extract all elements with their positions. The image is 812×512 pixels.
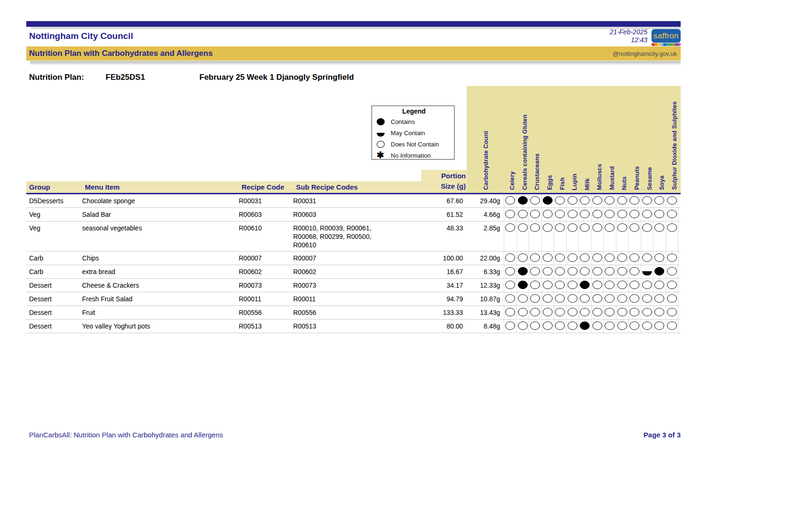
does-not-contain-icon [505, 253, 515, 262]
allergen-mark-eggs [541, 292, 554, 306]
contains-icon [580, 281, 590, 289]
recipe-code-cell: R00011 [239, 292, 293, 306]
does-not-contain-icon [530, 210, 540, 218]
allergen-mark-peanuts [628, 252, 641, 265]
portion-size-cell: 61.52 [390, 208, 463, 221]
column-header-portion-size: Portion Size (g) [410, 171, 466, 191]
allergen-mark-cereals-containing-gluten [516, 222, 529, 251]
portion-size-cell: 133.33 [390, 306, 463, 319]
allergen-mark-sesame [641, 252, 653, 265]
does-not-contain-icon [568, 253, 577, 262]
contains-icon [580, 321, 590, 330]
allergen-mark-sesame [641, 292, 653, 306]
does-not-contain-icon [617, 267, 627, 275]
allergen-mark-lupin [566, 194, 579, 207]
does-not-contain-icon [530, 196, 540, 205]
contains-icon [377, 118, 391, 125]
allergen-mark-nuts [616, 265, 629, 278]
allergen-mark-cereals-containing-gluten [516, 279, 529, 292]
allergen-mark-sesame [641, 265, 653, 278]
does-not-contain-icon [654, 321, 664, 330]
group-cell: Dessert [26, 320, 82, 333]
carb-count-cell: 29.40g [463, 194, 500, 207]
does-not-contain-icon [580, 210, 590, 218]
legend-item: May Contain [377, 127, 451, 138]
allergen-mark-cereals-containing-gluten [516, 208, 529, 221]
allergen-column-label: Milk [584, 178, 591, 190]
allergen-mark-nuts [616, 194, 629, 207]
allergen-header-panel: Carbohydrate CountCeleryCereals containi… [467, 86, 681, 193]
allergen-mark-soya [653, 292, 666, 306]
allergen-mark-lupin [566, 222, 579, 251]
allergen-mark-fish [554, 222, 566, 251]
table-row: VegSalad BarR00603R0060361.524.66g [26, 208, 681, 222]
allergen-mark-molluscs [591, 279, 604, 292]
column-header-carbohydrate-count: Carbohydrate Count [482, 131, 489, 190]
allergen-mark-crustaceans [529, 306, 541, 319]
does-not-contain-icon [555, 196, 565, 205]
allergen-mark-eggs [541, 208, 554, 221]
does-not-contain-icon [555, 321, 565, 330]
allergen-mark-sesame [641, 279, 653, 292]
allergen-marks [504, 252, 678, 265]
does-not-contain-icon [654, 210, 664, 218]
may-contain-icon [642, 271, 652, 275]
may-contain-icon [377, 130, 391, 137]
plan-description: February 25 Week 1 Djanogly Springfield [199, 73, 354, 82]
allergen-mark-celery [504, 265, 516, 278]
carb-count-cell: 13.43g [463, 306, 500, 319]
does-not-contain-icon [654, 253, 664, 262]
does-not-contain-icon [543, 253, 553, 262]
allergen-mark-sulphur-dioxide-and-sulphites [666, 208, 679, 221]
does-not-contain-icon [605, 196, 615, 205]
allergen-mark-sesame [641, 222, 653, 251]
does-not-contain-icon [630, 294, 639, 303]
does-not-contain-icon [505, 294, 515, 303]
allergen-mark-mustard [603, 208, 616, 221]
allergen-mark-sulphur-dioxide-and-sulphites [666, 292, 679, 306]
portion-size-cell: 48.33 [390, 222, 463, 251]
menu-item-cell: seasonal vegetables [82, 222, 239, 251]
menu-item-cell: Chips [82, 252, 239, 265]
does-not-contain-icon [642, 281, 652, 289]
does-not-contain-icon [667, 196, 677, 205]
does-not-contain-icon [580, 308, 590, 316]
sub-recipe-codes-cell: R00602 [293, 265, 390, 278]
recipe-code-cell: R00513 [239, 320, 293, 333]
allergen-mark-celery [504, 320, 516, 333]
allergen-mark-celery [504, 252, 516, 265]
menu-item-cell: Fruit [82, 306, 239, 319]
allergen-marks [504, 320, 678, 333]
does-not-contain-icon [667, 253, 677, 262]
does-not-contain-icon [568, 210, 577, 218]
allergen-mark-peanuts [628, 292, 641, 306]
does-not-contain-icon [642, 210, 652, 218]
does-not-contain-icon [505, 196, 515, 205]
allergen-mark-nuts [616, 306, 629, 319]
allergen-mark-sesame [641, 306, 653, 319]
allergen-mark-sesame [641, 208, 653, 221]
table-row: DessertFresh Fruit SaladR00011R0001194.7… [26, 292, 681, 306]
allergen-column-label: Fish [559, 177, 566, 190]
allergen-mark-fish [554, 306, 566, 319]
allergen-mark-soya [653, 279, 666, 292]
sub-recipe-codes-cell: R00010, R00039, R00061, R00068, R00299, … [293, 222, 390, 251]
does-not-contain-icon [617, 281, 627, 289]
no-information-icon: ✱ [377, 152, 391, 159]
does-not-contain-icon [617, 294, 627, 303]
allergen-mark-peanuts [628, 265, 641, 278]
allergen-mark-mustard [603, 222, 616, 251]
does-not-contain-icon [605, 210, 615, 218]
does-not-contain-icon [568, 294, 577, 303]
does-not-contain-icon [543, 281, 553, 289]
group-cell: Veg [26, 222, 82, 251]
does-not-contain-icon [555, 223, 565, 232]
does-not-contain-icon [667, 294, 677, 303]
allergen-column-label: Crustaceans [533, 153, 540, 190]
allergen-column-label: Eggs [546, 175, 553, 190]
portion-size-cell: 80.00 [390, 320, 463, 333]
top-navy-bar [26, 21, 681, 27]
allergen-mark-mustard [603, 252, 616, 265]
does-not-contain-icon [530, 321, 540, 330]
does-not-contain-icon [592, 321, 602, 330]
